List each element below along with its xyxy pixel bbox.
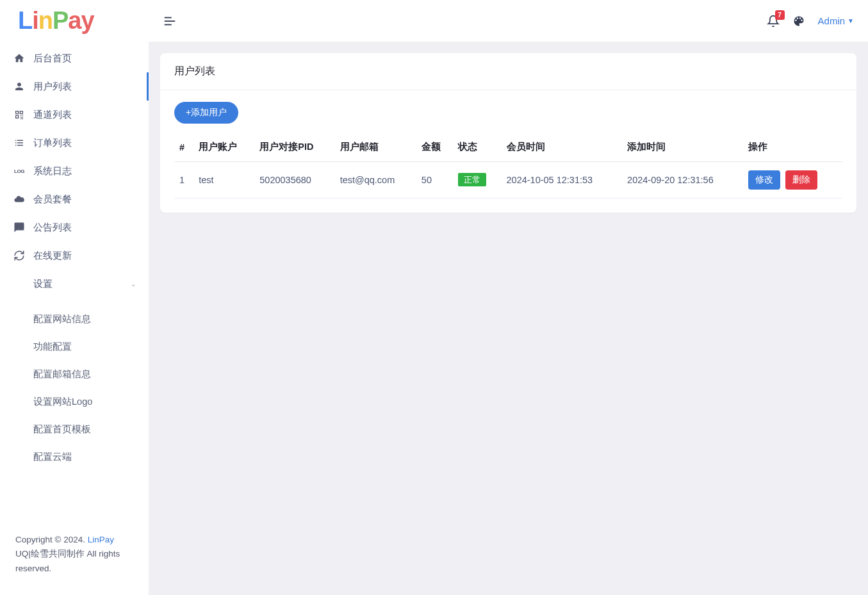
users-table: # 用户账户 用户对接PID 用户邮箱 金额 状态 会员时间 添加时间 操作 <box>174 133 842 199</box>
logo[interactable]: LinPay <box>0 0 149 42</box>
cell-pid: 5020035680 <box>254 162 334 199</box>
cloud-icon <box>13 193 26 206</box>
qr-icon <box>13 108 26 121</box>
caret-down-icon: ▼ <box>848 17 854 24</box>
sidebar-item-update[interactable]: 在线更新 <box>0 241 149 270</box>
col-index: # <box>174 133 193 162</box>
sidebar-item-logs[interactable]: LOG 系统日志 <box>0 157 149 185</box>
add-user-button[interactable]: +添加用户 <box>174 102 238 124</box>
col-pid: 用户对接PID <box>254 133 334 162</box>
user-menu-label: Admin <box>818 15 846 26</box>
cell-index: 1 <box>174 162 193 199</box>
col-email: 用户邮箱 <box>335 133 416 162</box>
sidebar-item-label: 公告列表 <box>33 222 136 234</box>
user-list-card: 用户列表 +添加用户 # 用户账户 用户对接PID 用户邮箱 金额 状态 <box>160 53 856 213</box>
cell-vip-time: 2024-10-05 12:31:53 <box>502 162 623 199</box>
footer-prefix: Copyright © 2024. <box>15 535 88 544</box>
delete-button[interactable]: 删除 <box>785 170 817 190</box>
sidebar-item-channels[interactable]: 通道列表 <box>0 101 149 129</box>
sidebar-item-label: 配置云端 <box>33 451 136 463</box>
table-row: 1 test 5020035680 test@qq.com 50 正常 2024… <box>174 162 842 199</box>
sidebar-item-label: 配置网站信息 <box>33 313 136 325</box>
main: 7 Admin ▼ 用户列表 +添加用户 # <box>149 0 868 595</box>
log-icon: LOG <box>13 165 26 177</box>
sidebar-sub-cloud[interactable]: 配置云端 <box>0 443 149 471</box>
chat-icon <box>13 221 26 234</box>
user-icon <box>13 80 26 93</box>
sidebar-item-label: 通道列表 <box>33 109 136 121</box>
sidebar-sub-logo[interactable]: 设置网站Logo <box>0 388 149 416</box>
sidebar-sub-site-info[interactable]: 配置网站信息 <box>0 306 149 333</box>
col-actions: 操作 <box>743 133 842 162</box>
sidebar-nav: 后台首页 用户列表 通道列表 订单列表 LOG 系统日志 会员套餐 <box>0 42 149 521</box>
sidebar-item-label: 后台首页 <box>33 53 136 65</box>
cell-actions: 修改 删除 <box>743 162 842 199</box>
col-vip-time: 会员时间 <box>502 133 623 162</box>
sidebar-item-label: 会员套餐 <box>33 193 136 206</box>
content: 用户列表 +添加用户 # 用户账户 用户对接PID 用户邮箱 金额 状态 <box>149 42 868 224</box>
edit-button[interactable]: 修改 <box>748 170 780 190</box>
home-icon <box>13 52 26 65</box>
topbar: 7 Admin ▼ <box>149 0 868 42</box>
sidebar-item-announcements[interactable]: 公告列表 <box>0 213 149 241</box>
status-badge: 正常 <box>458 173 486 186</box>
palette-icon <box>792 15 805 28</box>
sidebar-item-orders[interactable]: 订单列表 <box>0 129 149 157</box>
list-icon <box>13 136 26 149</box>
user-menu[interactable]: Admin ▼ <box>818 15 854 26</box>
cell-email: test@qq.com <box>335 162 416 199</box>
cell-status: 正常 <box>453 162 501 199</box>
col-add-time: 添加时间 <box>622 133 743 162</box>
sidebar-item-label: 配置首页模板 <box>33 423 136 436</box>
sidebar-item-label: 用户列表 <box>33 81 134 93</box>
sidebar-item-label: 系统日志 <box>33 165 136 177</box>
sidebar-sub-template[interactable]: 配置首页模板 <box>0 416 149 443</box>
cell-amount: 50 <box>416 162 454 199</box>
chevron-down-icon: ⌄ <box>131 281 136 288</box>
sidebar-item-settings[interactable]: 设置 ⌄ <box>0 270 149 298</box>
footer-link[interactable]: LinPay <box>88 535 114 544</box>
sidebar-item-label: 功能配置 <box>33 341 136 353</box>
footer-suffix: UQ|绘雪共同制作 All rights reserved. <box>15 549 120 573</box>
menu-toggle-icon[interactable] <box>163 14 177 28</box>
notification-badge: 7 <box>775 10 785 20</box>
sidebar-sub-function[interactable]: 功能配置 <box>0 333 149 361</box>
sidebar-item-label: 配置邮箱信息 <box>33 368 136 380</box>
sidebar-item-label: 设置网站Logo <box>33 396 136 408</box>
sidebar-item-users[interactable]: 用户列表 <box>0 72 149 101</box>
sidebar: LinPay 后台首页 用户列表 通道列表 订单列表 LOG 系统日志 <box>0 0 149 595</box>
cell-account: test <box>193 162 254 199</box>
col-status: 状态 <box>453 133 501 162</box>
cell-add-time: 2024-09-20 12:31:56 <box>622 162 743 199</box>
sidebar-sub-email[interactable]: 配置邮箱信息 <box>0 361 149 388</box>
sidebar-footer: Copyright © 2024. LinPay UQ|绘雪共同制作 All r… <box>0 521 149 595</box>
card-title: 用户列表 <box>160 53 856 90</box>
refresh-icon <box>13 249 26 262</box>
col-amount: 金额 <box>416 133 454 162</box>
gear-icon <box>13 277 26 290</box>
theme-button[interactable] <box>792 15 805 28</box>
col-account: 用户账户 <box>193 133 254 162</box>
sidebar-item-home[interactable]: 后台首页 <box>0 44 149 72</box>
notifications-button[interactable]: 7 <box>767 15 780 28</box>
sidebar-item-label: 在线更新 <box>33 250 136 262</box>
sidebar-item-label: 设置 <box>33 278 131 290</box>
sidebar-item-label: 订单列表 <box>33 137 136 149</box>
sidebar-item-membership[interactable]: 会员套餐 <box>0 185 149 213</box>
